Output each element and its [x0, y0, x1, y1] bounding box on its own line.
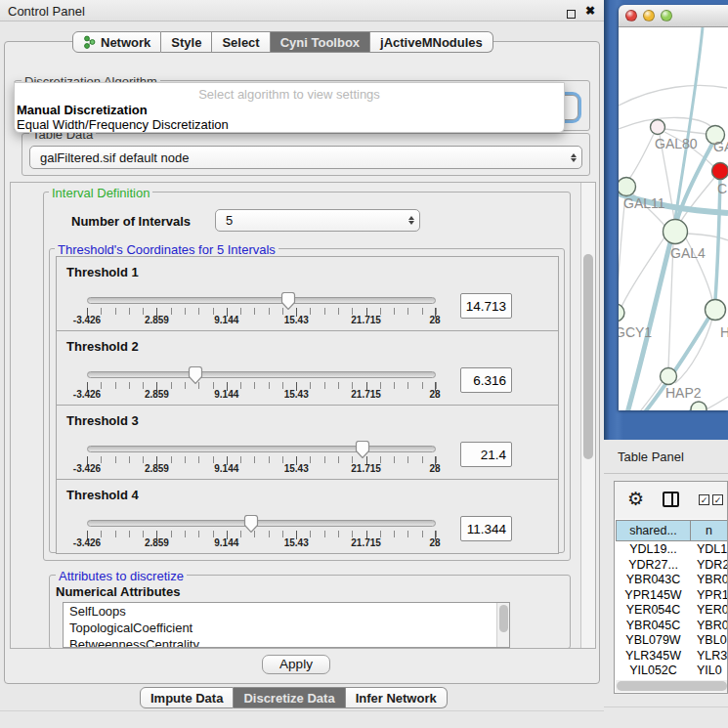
table-panel-titlebar: Table Panel	[604, 440, 728, 474]
threshold-1-handle[interactable]	[280, 292, 296, 310]
table-data-combo[interactable]: galFiltered.sif default node	[29, 146, 582, 169]
threshold-3-handle[interactable]	[355, 441, 370, 458]
network-canvas[interactable]: GAL80 GA C GAL11 GAL4 GCY1 H HAP2	[619, 27, 728, 410]
table-row[interactable]: YDL19...YDL1	[616, 542, 728, 558]
tab-impute-data[interactable]: Impute Data	[140, 687, 234, 708]
network-graph: GAL80 GA C GAL11 GAL4 GCY1 H HAP2	[619, 27, 728, 410]
threshold-2-handle[interactable]	[188, 366, 203, 384]
threshold-3-panel: Threshold 3 -3.4262.8599.14415.4321.7152…	[56, 405, 559, 480]
panel-title: Control Panel	[8, 4, 85, 19]
network-window: GAL80 GA C GAL11 GAL4 GCY1 H HAP2	[619, 5, 728, 410]
float-window-icon[interactable]	[564, 5, 578, 18]
threshold-2-slider[interactable]	[87, 371, 436, 378]
node-h-partial[interactable]	[706, 300, 726, 321]
minimize-traffic-icon[interactable]	[643, 10, 655, 21]
table-panel-title: Table Panel	[618, 450, 684, 464]
threshold-4-panel: Threshold 4 -3.4262.8599.14415.4321.7152…	[56, 479, 559, 554]
vertical-scrollbar-thumb[interactable]	[583, 254, 593, 459]
tab-select[interactable]: Select	[212, 31, 270, 53]
node-red-selected[interactable]	[712, 163, 728, 180]
table-row[interactable]: YPR145WYPR1	[616, 588, 728, 604]
top-tab-bar: Network Style Select Cyni Toolbox jActiv…	[72, 31, 493, 53]
threshold-1-slider[interactable]	[87, 297, 436, 304]
tick-marks	[87, 308, 437, 315]
table-toolbar: ⚙ ✓ ✓	[615, 482, 727, 519]
table-row[interactable]: YBL079WYBL0	[616, 633, 728, 649]
tab-cyni-toolbox[interactable]: Cyni Toolbox	[271, 31, 370, 53]
table-row[interactable]: YDR27...YDR2	[616, 558, 728, 574]
threshold-1-value-field[interactable]: 14.713	[460, 293, 512, 319]
numerical-attributes-list[interactable]: SelfLoopsTopologicalCoefficientBetweenne…	[63, 602, 510, 648]
attribute-item[interactable]: SelfLoops	[64, 603, 509, 620]
node-gal4[interactable]	[664, 220, 688, 244]
interval-definition-label: Interval Definition	[49, 186, 152, 200]
node-gal11[interactable]	[619, 178, 636, 196]
table-row[interactable]: YBR043CYBR0	[616, 573, 728, 588]
tab-network[interactable]: Network	[72, 31, 161, 53]
column-header-name[interactable]: n	[690, 520, 728, 541]
threshold-3-slider[interactable]	[87, 446, 436, 452]
zoom-traffic-icon[interactable]	[661, 10, 672, 21]
table-row[interactable]: YBR045CYBR0	[616, 619, 728, 634]
table-body: YDL19...YDL1YDR27...YDR2YBR043CYBR0YPR14…	[616, 542, 728, 679]
node-bottom-partial[interactable]	[691, 402, 707, 410]
algorithm-placeholder: Select algorithm to view settings	[15, 87, 564, 102]
number-of-intervals-combo[interactable]: 5	[215, 209, 420, 232]
network-icon	[83, 35, 96, 49]
tick-marks	[87, 531, 437, 537]
threshold-3-value-field[interactable]: 21.4	[460, 442, 512, 467]
tab-jactivemnodules[interactable]: jActiveMNodules	[370, 31, 493, 53]
checkbox-icon[interactable]: ✓	[712, 494, 723, 505]
bottom-tab-bar: Impute Data Discretize Data Infer Networ…	[140, 687, 448, 707]
gear-icon[interactable]: ⚙	[627, 488, 644, 510]
tab-discretize-data[interactable]: Discretize Data	[234, 687, 345, 708]
list-scrollbar-thumb[interactable]	[499, 605, 508, 632]
table-row[interactable]: YIL052CYIL0	[616, 664, 728, 679]
table-header-row: shared... n	[616, 520, 728, 541]
horizontal-scrollbar[interactable]	[616, 680, 728, 692]
network-nodes	[619, 120, 728, 411]
tick-marks	[87, 382, 437, 389]
node-gal80[interactable]	[651, 120, 665, 135]
threshold-4-value-field[interactable]: 11.344	[460, 516, 512, 541]
close-icon[interactable]: ✖	[583, 4, 597, 17]
node-hap2[interactable]	[661, 368, 677, 385]
combo-stepper-icon	[566, 147, 581, 168]
node-gcy1[interactable]	[619, 304, 624, 321]
threshold-2-value-field[interactable]: 6.316	[460, 367, 512, 393]
network-window-titlebar[interactable]	[619, 5, 728, 27]
attributes-group-label: Attributes to discretize	[56, 569, 187, 583]
vertical-scrollbar[interactable]	[580, 183, 595, 648]
table-row[interactable]: YLR345WYLR3	[616, 649, 728, 664]
checkbox-icon[interactable]: ✓	[699, 494, 709, 505]
bottom-divider	[0, 710, 604, 711]
threshold-4-slider[interactable]	[87, 520, 436, 527]
option-manual-discretization[interactable]: Manual Discretization	[17, 103, 148, 117]
tab-infer-network[interactable]: Infer Network	[346, 687, 448, 708]
control-panel: Control Panel ✖ Network Style Select Cyn…	[0, 0, 604, 728]
split-view-icon[interactable]	[663, 492, 679, 507]
column-header-shared-name[interactable]: shared...	[616, 520, 691, 541]
table-panel-box: ⚙ ✓ ✓ shared... n YDL19...YDL1YDR27...YD…	[614, 481, 728, 694]
close-traffic-icon[interactable]	[625, 10, 637, 21]
horizontal-scrollbar-thumb[interactable]	[617, 681, 727, 691]
label-gal4: GAL4	[670, 245, 706, 261]
right-region: GAL80 GA C GAL11 GAL4 GCY1 H HAP2 Table	[604, 0, 728, 728]
threshold-coordinates-label: Threshold's Coordinates for 5 Intervals	[55, 242, 278, 257]
attribute-item[interactable]: BetweennessCentrality	[64, 636, 509, 648]
label-gal80: GAL80	[655, 136, 698, 151]
tab-style[interactable]: Style	[161, 31, 212, 53]
threshold-2-panel: Threshold 2 -3.4262.8599.14415.4321.7152…	[56, 330, 559, 406]
network-window-frame: GAL80 GA C GAL11 GAL4 GCY1 H HAP2	[604, 0, 728, 440]
numerical-attributes-label: Numerical Attributes	[56, 584, 180, 599]
tick-marks	[87, 456, 437, 463]
table-row[interactable]: YER054CYER0	[616, 603, 728, 619]
algorithm-dropdown-popup: Select algorithm to view settings Manual…	[14, 82, 565, 133]
label-c-partial: C	[717, 181, 727, 196]
threshold-4-handle[interactable]	[243, 515, 259, 533]
apply-button[interactable]: Apply	[262, 655, 330, 674]
list-scrollbar[interactable]	[496, 603, 509, 647]
option-equal-width-frequency[interactable]: Equal Width/Frequency Discretization	[17, 117, 229, 132]
label-gal11: GAL11	[623, 195, 665, 211]
attribute-item[interactable]: TopologicalCoefficient	[64, 620, 509, 636]
